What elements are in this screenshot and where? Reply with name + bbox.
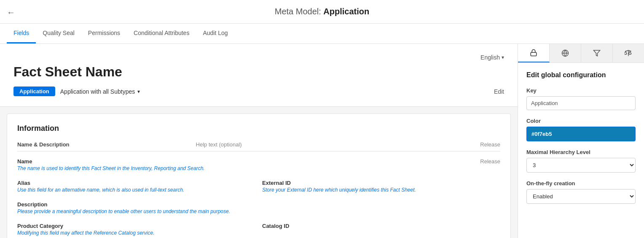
name-field-row: Name The name is used to identify this F… xyxy=(17,158,500,171)
max-hierarchy-form-group: Maximal Hierarchy Level 1 2 3 4 5 xyxy=(526,149,636,173)
edit-link[interactable]: Edit xyxy=(494,88,504,95)
svg-rect-0 xyxy=(531,52,537,56)
color-label: Color xyxy=(526,118,636,124)
tab-audit-log[interactable]: Audit Log xyxy=(196,24,234,43)
fact-sheet-title: Fact Sheet Name xyxy=(13,64,504,80)
name-field: Name The name is used to identify this F… xyxy=(17,158,205,171)
scale-icon-button[interactable] xyxy=(613,44,644,62)
external-id-field: External ID Store your External ID here … xyxy=(262,180,500,193)
alias-desc: Use this field for an alternative name, … xyxy=(17,187,255,193)
language-label: English xyxy=(480,54,500,61)
description-row: Description Please provide a meaningful … xyxy=(17,201,500,214)
right-panel: Edit global configuration Key Color Maxi… xyxy=(518,44,644,238)
page-header: Meta Model: Application xyxy=(0,0,644,24)
back-button[interactable]: ← xyxy=(7,8,15,17)
subtype-chevron-icon: ▾ xyxy=(137,89,140,95)
tab-quality-seal[interactable]: Quality Seal xyxy=(36,24,81,43)
release-col-header: Release xyxy=(480,141,500,148)
information-section: Information Name & Description Help text… xyxy=(7,114,511,238)
tab-fields[interactable]: Fields xyxy=(7,24,36,43)
catalog-id-field: Catalog ID xyxy=(262,223,500,236)
on-the-fly-form-group: On-the-fly creation Enabled Disabled xyxy=(526,180,636,204)
app-badge: Application xyxy=(13,87,55,96)
name-col-header: Name & Description xyxy=(17,141,70,148)
on-the-fly-label: On-the-fly creation xyxy=(526,180,636,187)
filter-icon xyxy=(593,49,601,57)
product-category-label: Product Category xyxy=(17,223,255,229)
product-catalog-row: Product Category Modifying this field ma… xyxy=(17,223,500,236)
lock-icon xyxy=(530,49,537,57)
help-col-header: Help text (optional) xyxy=(196,141,242,148)
globe-icon-button[interactable] xyxy=(550,44,581,62)
header-title: Application xyxy=(323,7,369,16)
color-form-group: Color xyxy=(526,118,636,141)
external-id-desc: Store your External ID here which unique… xyxy=(262,187,500,193)
product-category-desc: Modifying this field may affect the Refe… xyxy=(17,230,255,236)
subtype-dropdown[interactable]: Application with all Subtypes ▾ xyxy=(60,88,140,95)
language-selector[interactable]: English ▾ xyxy=(480,54,504,61)
description-label: Description xyxy=(17,201,255,208)
language-chevron-icon: ▾ xyxy=(502,54,504,60)
description-field: Description Please provide a meaningful … xyxy=(17,201,255,214)
key-input[interactable] xyxy=(526,96,636,110)
field-name-label: Name xyxy=(17,158,205,165)
tab-permissions[interactable]: Permissions xyxy=(81,24,127,43)
panel-title: Edit global configuration xyxy=(526,71,636,79)
lock-icon-button[interactable] xyxy=(518,44,550,62)
release-value: Release xyxy=(480,158,500,171)
external-id-label: External ID xyxy=(262,180,500,186)
subtype-label: Application with all Subtypes xyxy=(60,88,135,95)
max-hierarchy-label: Maximal Hierarchy Level xyxy=(526,149,636,155)
section-title: Information xyxy=(17,124,500,133)
key-label: Key xyxy=(526,87,636,94)
fact-sheet-card: English ▾ Fact Sheet Name Application Ap… xyxy=(0,44,518,107)
field-name-desc: The name is used to identify this Fact S… xyxy=(17,165,205,171)
alias-field: Alias Use this field for an alternative … xyxy=(17,180,255,193)
product-category-field: Product Category Modifying this field ma… xyxy=(17,223,255,236)
fields-header: Name & Description Help text (optional) … xyxy=(17,141,500,151)
header-prefix: Meta Model: xyxy=(275,7,324,16)
tab-conditional-attributes[interactable]: Conditional Attributes xyxy=(127,24,196,43)
alias-externalid-row: Alias Use this field for an alternative … xyxy=(17,180,500,193)
globe-icon xyxy=(561,49,569,57)
scale-icon xyxy=(625,49,632,57)
color-input[interactable] xyxy=(526,127,636,141)
catalog-id-label: Catalog ID xyxy=(262,223,500,229)
max-hierarchy-select[interactable]: 1 2 3 4 5 xyxy=(526,158,636,173)
panel-icon-bar xyxy=(518,44,644,63)
filter-icon-button[interactable] xyxy=(581,44,613,62)
key-form-group: Key xyxy=(526,87,636,110)
panel-content: Edit global configuration Key Color Maxi… xyxy=(518,63,644,238)
svg-marker-3 xyxy=(594,50,600,56)
alias-label: Alias xyxy=(17,180,255,186)
nav-tabs: Fields Quality Seal Permissions Conditio… xyxy=(0,24,644,44)
description-desc: Please provide a meaningful description … xyxy=(17,208,255,214)
on-the-fly-select[interactable]: Enabled Disabled xyxy=(526,189,636,204)
